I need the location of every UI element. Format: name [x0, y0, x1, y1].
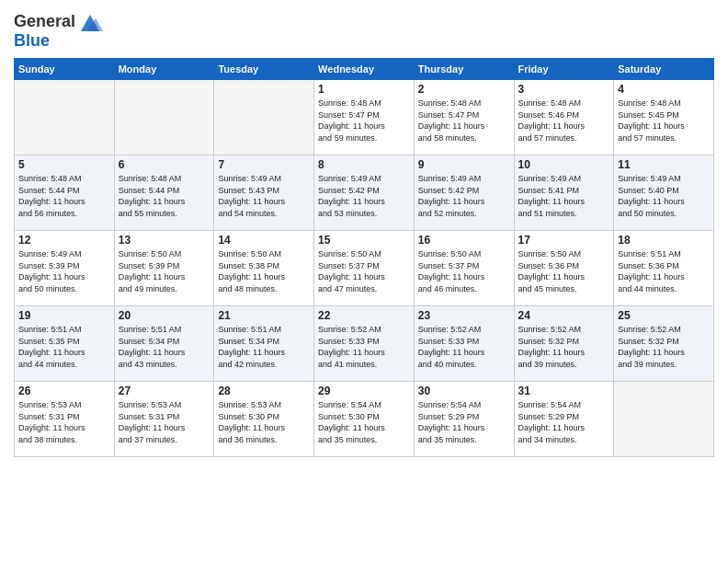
day-number: 12: [18, 234, 110, 247]
calendar-cell: [614, 382, 714, 457]
calendar-cell: 15Sunrise: 5:50 AMSunset: 5:37 PMDayligh…: [314, 231, 415, 306]
weekday-header: Sunday: [15, 59, 115, 80]
calendar-cell: 10Sunrise: 5:49 AMSunset: 5:41 PMDayligh…: [514, 155, 614, 231]
day-number: 20: [119, 309, 210, 322]
calendar-table: SundayMondayTuesdayWednesdayThursdayFrid…: [14, 58, 714, 457]
calendar-cell: 29Sunrise: 5:54 AMSunset: 5:30 PMDayligh…: [314, 382, 415, 457]
weekday-header: Tuesday: [214, 59, 314, 80]
cell-info: Sunrise: 5:48 AMSunset: 5:47 PMDaylight:…: [318, 98, 410, 144]
logo-text: General: [14, 13, 75, 31]
cell-info: Sunrise: 5:53 AMSunset: 5:30 PMDaylight:…: [218, 399, 310, 445]
day-number: 25: [618, 309, 710, 322]
cell-info: Sunrise: 5:48 AMSunset: 5:46 PMDaylight:…: [518, 98, 610, 144]
cell-info: Sunrise: 5:48 AMSunset: 5:45 PMDaylight:…: [618, 98, 710, 144]
day-number: 4: [618, 83, 710, 96]
calendar-cell: 24Sunrise: 5:52 AMSunset: 5:32 PMDayligh…: [514, 306, 614, 382]
cell-info: Sunrise: 5:49 AMSunset: 5:42 PMDaylight:…: [318, 173, 410, 219]
day-number: 24: [518, 309, 610, 322]
calendar-container: General Blue SundayMondayTuesdayWednesda…: [0, 0, 728, 563]
day-number: 14: [218, 234, 310, 247]
weekday-header: Friday: [514, 59, 614, 80]
day-number: 10: [518, 158, 610, 171]
calendar-week-row: 26Sunrise: 5:53 AMSunset: 5:31 PMDayligh…: [15, 382, 714, 457]
day-number: 11: [618, 158, 710, 171]
calendar-cell: 8Sunrise: 5:49 AMSunset: 5:42 PMDaylight…: [314, 155, 415, 231]
cell-info: Sunrise: 5:49 AMSunset: 5:43 PMDaylight:…: [218, 173, 310, 219]
cell-info: Sunrise: 5:49 AMSunset: 5:40 PMDaylight:…: [618, 173, 710, 219]
weekday-header: Wednesday: [314, 59, 415, 80]
cell-info: Sunrise: 5:49 AMSunset: 5:39 PMDaylight:…: [18, 248, 110, 294]
cell-info: Sunrise: 5:49 AMSunset: 5:41 PMDaylight:…: [518, 173, 610, 219]
day-number: 31: [518, 385, 610, 397]
calendar-cell: 26Sunrise: 5:53 AMSunset: 5:31 PMDayligh…: [15, 382, 115, 457]
logo-icon: [77, 9, 103, 35]
day-number: 28: [218, 385, 310, 397]
cell-info: Sunrise: 5:50 AMSunset: 5:37 PMDaylight:…: [418, 248, 510, 294]
weekday-header: Saturday: [614, 59, 714, 80]
day-number: 15: [318, 234, 410, 247]
calendar-cell: 2Sunrise: 5:48 AMSunset: 5:47 PMDaylight…: [414, 80, 514, 155]
cell-info: Sunrise: 5:50 AMSunset: 5:37 PMDaylight:…: [318, 248, 410, 294]
calendar-cell: [15, 80, 115, 155]
cell-info: Sunrise: 5:49 AMSunset: 5:42 PMDaylight:…: [418, 173, 510, 219]
cell-info: Sunrise: 5:50 AMSunset: 5:38 PMDaylight:…: [218, 248, 310, 294]
day-number: 5: [18, 158, 110, 171]
cell-info: Sunrise: 5:53 AMSunset: 5:31 PMDaylight:…: [119, 399, 210, 445]
calendar-cell: 18Sunrise: 5:51 AMSunset: 5:36 PMDayligh…: [614, 231, 714, 306]
cell-info: Sunrise: 5:54 AMSunset: 5:29 PMDaylight:…: [518, 399, 610, 445]
calendar-cell: 16Sunrise: 5:50 AMSunset: 5:37 PMDayligh…: [414, 231, 514, 306]
cell-info: Sunrise: 5:52 AMSunset: 5:32 PMDaylight:…: [618, 324, 710, 370]
day-number: 13: [119, 234, 210, 247]
cell-info: Sunrise: 5:51 AMSunset: 5:35 PMDaylight:…: [18, 324, 110, 370]
day-number: 30: [418, 385, 510, 397]
cell-info: Sunrise: 5:52 AMSunset: 5:32 PMDaylight:…: [518, 324, 610, 370]
day-number: 17: [518, 234, 610, 247]
calendar-cell: 13Sunrise: 5:50 AMSunset: 5:39 PMDayligh…: [114, 231, 214, 306]
calendar-cell: 20Sunrise: 5:51 AMSunset: 5:34 PMDayligh…: [114, 306, 214, 382]
calendar-cell: 22Sunrise: 5:52 AMSunset: 5:33 PMDayligh…: [314, 306, 415, 382]
calendar-cell: 30Sunrise: 5:54 AMSunset: 5:29 PMDayligh…: [414, 382, 514, 457]
calendar-cell: 5Sunrise: 5:48 AMSunset: 5:44 PMDaylight…: [15, 155, 115, 231]
day-number: 16: [418, 234, 510, 247]
calendar-cell: 7Sunrise: 5:49 AMSunset: 5:43 PMDaylight…: [214, 155, 314, 231]
weekday-header: Thursday: [414, 59, 514, 80]
cell-info: Sunrise: 5:52 AMSunset: 5:33 PMDaylight:…: [418, 324, 510, 370]
day-number: 29: [318, 385, 410, 397]
calendar-cell: 17Sunrise: 5:50 AMSunset: 5:36 PMDayligh…: [514, 231, 614, 306]
calendar-week-row: 19Sunrise: 5:51 AMSunset: 5:35 PMDayligh…: [15, 306, 714, 382]
calendar-cell: 31Sunrise: 5:54 AMSunset: 5:29 PMDayligh…: [514, 382, 614, 457]
day-number: 19: [18, 309, 110, 322]
cell-info: Sunrise: 5:48 AMSunset: 5:44 PMDaylight:…: [119, 173, 210, 219]
day-number: 18: [618, 234, 710, 247]
calendar-cell: 21Sunrise: 5:51 AMSunset: 5:34 PMDayligh…: [214, 306, 314, 382]
calendar-week-row: 5Sunrise: 5:48 AMSunset: 5:44 PMDaylight…: [15, 155, 714, 231]
day-number: 9: [418, 158, 510, 171]
day-number: 7: [218, 158, 310, 171]
day-number: 21: [218, 309, 310, 322]
cell-info: Sunrise: 5:53 AMSunset: 5:31 PMDaylight:…: [18, 399, 110, 445]
cell-info: Sunrise: 5:52 AMSunset: 5:33 PMDaylight:…: [318, 324, 410, 370]
day-number: 2: [418, 83, 510, 96]
day-number: 6: [119, 158, 210, 171]
calendar-cell: 25Sunrise: 5:52 AMSunset: 5:32 PMDayligh…: [614, 306, 714, 382]
calendar-cell: 27Sunrise: 5:53 AMSunset: 5:31 PMDayligh…: [114, 382, 214, 457]
cell-info: Sunrise: 5:51 AMSunset: 5:34 PMDaylight:…: [218, 324, 310, 370]
calendar-cell: 12Sunrise: 5:49 AMSunset: 5:39 PMDayligh…: [15, 231, 115, 306]
day-number: 1: [318, 83, 410, 96]
weekday-header: Monday: [114, 59, 214, 80]
day-number: 22: [318, 309, 410, 322]
cell-info: Sunrise: 5:50 AMSunset: 5:39 PMDaylight:…: [119, 248, 210, 294]
cell-info: Sunrise: 5:51 AMSunset: 5:34 PMDaylight:…: [119, 324, 210, 370]
day-number: 8: [318, 158, 410, 171]
day-number: 3: [518, 83, 610, 96]
calendar-week-row: 12Sunrise: 5:49 AMSunset: 5:39 PMDayligh…: [15, 231, 714, 306]
calendar-cell: 6Sunrise: 5:48 AMSunset: 5:44 PMDaylight…: [114, 155, 214, 231]
calendar-header: General Blue: [14, 9, 714, 51]
calendar-cell: 23Sunrise: 5:52 AMSunset: 5:33 PMDayligh…: [414, 306, 514, 382]
cell-info: Sunrise: 5:48 AMSunset: 5:44 PMDaylight:…: [18, 173, 110, 219]
cell-info: Sunrise: 5:51 AMSunset: 5:36 PMDaylight:…: [618, 248, 710, 294]
calendar-cell: 11Sunrise: 5:49 AMSunset: 5:40 PMDayligh…: [614, 155, 714, 231]
day-number: 23: [418, 309, 510, 322]
calendar-header-row: SundayMondayTuesdayWednesdayThursdayFrid…: [15, 59, 714, 80]
calendar-cell: 14Sunrise: 5:50 AMSunset: 5:38 PMDayligh…: [214, 231, 314, 306]
